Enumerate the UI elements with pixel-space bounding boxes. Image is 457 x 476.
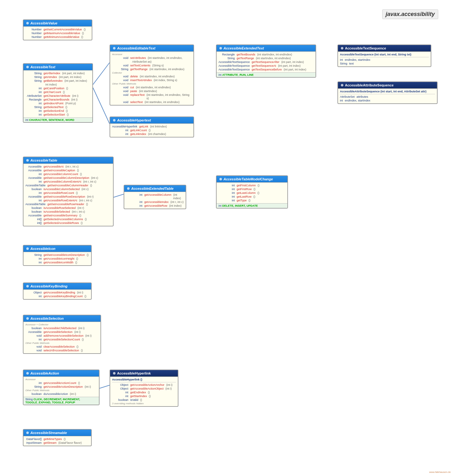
method-row: Stringget/setAccessibleIconDescription() (25, 253, 89, 257)
class-AccessibleKeyBinding[interactable]: AccessibleKeyBindingObjectgetAccessibleK… (23, 282, 92, 300)
svg-point-5 (26, 66, 29, 68)
class-AccessibleHyperlink[interactable]: AccessibleHyperlinkAccessibleHyperlink (… (110, 370, 178, 407)
method-row: Numberget/setCurrentAccessibleValue() (25, 28, 90, 31)
class-title: AccessibleKeyBinding (30, 284, 68, 288)
method-row: Accessibleget/setAccessibleCaption() (25, 168, 111, 172)
section-label: Other Public Methods (25, 341, 99, 345)
class-AccessibleEditableText[interactable]: AccessibleEditableTextAccessorvoidsetAtt… (110, 44, 194, 106)
svg-point-17 (26, 372, 29, 375)
class-header: AccessibleStreamable (23, 430, 91, 436)
method-row: voidselectAllAccessibleSelection() (25, 349, 99, 352)
method-row: intgetAccessibleRowCount() (25, 191, 111, 195)
class-title: AccessibleExtendedTable (131, 187, 173, 190)
svg-line-2 (114, 194, 124, 197)
method-row: intgetType() (218, 199, 285, 202)
class-AccessibleExtendedText[interactable]: AccessibleExtendedTextRectanglegetTextBo… (216, 44, 316, 78)
method-row: booleanisAccessibleChildSelected(int i) (25, 326, 99, 330)
field-row: Stringtext (340, 62, 429, 65)
method-row: Accessibleget/setAccessibleRowDescriptio… (25, 195, 111, 199)
method-row: booleanisAccessibleSelected(int r, int c… (25, 210, 111, 214)
method-row: StringgetAfterIndex(int part, int index) (25, 71, 90, 75)
class-title: AccessibleExtendedText (223, 46, 264, 50)
class-title: AccessibleValue (30, 21, 57, 25)
class-title: AccessibleHyperlink (117, 371, 151, 375)
class-header: AccessibleTableModelChange (217, 176, 287, 183)
svg-point-13 (219, 178, 222, 180)
method-row: booleanisValid() (112, 398, 176, 402)
class-title: AccessibleTableModelChange (223, 177, 273, 181)
class-AccessibleSelection[interactable]: AccessibleSelectionAccessor + Collectorb… (23, 315, 101, 354)
constants: int ATTRIBUTE_RUN, LINE (217, 72, 316, 77)
class-AccessibleStreamable[interactable]: AccessibleStreamableDataFlavor[]getMimeT… (23, 429, 92, 446)
class-AccessibleIcon[interactable]: AccessibleIconStringget/setAccessibleIco… (23, 245, 92, 266)
class-header: AccessibleAttributeSequence (338, 82, 437, 89)
svg-point-16 (26, 317, 29, 320)
method-row: NumbergetMaximumAccessibleValue() (25, 31, 90, 35)
method-row: intgetAccessibleIconHeight() (25, 257, 89, 261)
class-AccessibleExtendedTable[interactable]: AccessibleExtendedTableintgetAccessibleC… (124, 185, 186, 209)
svg-point-9 (341, 47, 343, 49)
method-row: intgetAccessibleRow(int index) (126, 204, 184, 208)
method-row: StringgetBeforeIndex(int part, int index… (25, 79, 90, 83)
method-row: StringgetTextRange(int startIndex, int e… (218, 56, 314, 60)
method-row: booleanisAccessibleColumnSelected(int c) (25, 187, 111, 191)
method-row: int[]getSelectedAccessibleRows() (25, 221, 111, 225)
method-row: AccessibleHyperlinkgetLink(int linkIndex… (112, 125, 192, 128)
svg-point-8 (219, 47, 222, 49)
class-AccessibleValue[interactable]: AccessibleValueNumberget/setCurrentAcces… (23, 19, 92, 40)
class-header: AccessibleHyperlink (110, 370, 178, 377)
note: 3 overriding methods hidden (112, 402, 176, 405)
field-row: intendIndex, startIndex (340, 99, 435, 102)
method-row: StringgetAccessibleActionDescription(int… (25, 385, 97, 389)
method-row: intgetLastRow() (218, 195, 285, 199)
constructor: AccessibleHyperlink () (112, 378, 176, 381)
method-row: intgetAccessibleActionCount() (25, 381, 97, 385)
class-header: AccessibleIcon (23, 246, 91, 252)
section-label: Other Public Methods (112, 82, 192, 85)
method-row: StringgetAtIndex(int part, int index) (25, 75, 90, 79)
method-row: intgetLinkIndex(int charIndex) (112, 132, 192, 136)
class-header: AccessibleSelection (23, 315, 100, 322)
class-header: AccessibleAction (23, 370, 99, 377)
method-row: AccessibleTextSequencegetTextSequenceAt(… (218, 64, 314, 68)
section-label: Other Public Methods (25, 389, 97, 392)
method-row: StringgetTextRange(int startIndex, int e… (112, 67, 192, 71)
class-AccessibleTextSequence[interactable]: AccessibleTextSequenceAccessibleTextSequ… (337, 44, 431, 67)
method-row: voidsetAttributes(int startIndex, int en… (112, 56, 192, 60)
method-row: voiddelete(int startIndex, int endIndex) (112, 75, 192, 78)
svg-point-6 (113, 47, 116, 49)
method-row: intgetAccessibleColumn(int index) (126, 193, 184, 200)
method-row: StringgetSelectedText() (25, 105, 90, 109)
method-row: ObjectgetAccessibleActionObject(int i) (112, 387, 176, 391)
method-row: intgetAccessibleIconWidth() (25, 261, 89, 264)
svg-point-12 (127, 187, 130, 190)
method-row: intgetAccessibleColumnExtentAt(int r, in… (25, 180, 111, 184)
svg-point-14 (26, 247, 29, 250)
class-header: AccessibleValue (23, 20, 92, 27)
constructor: AccessibleAttributeSequence (int start, … (340, 90, 435, 93)
method-row: RectanglegetTextBounds(int startIndex, i… (218, 53, 314, 56)
class-title: AccessibleAction (30, 371, 59, 375)
method-row: intgetAccessibleIndex(int r, int c) (126, 200, 184, 204)
class-AccessibleHypertext[interactable]: AccessibleHypertextAccessibleHyperlinkge… (110, 116, 194, 137)
class-AccessibleTableModelChange[interactable]: AccessibleTableModelChangeintgetFirstCol… (216, 175, 288, 209)
method-row: intgetFirstColumn() (218, 184, 285, 187)
method-row: intgetSelectionEnd() (25, 109, 90, 113)
class-title: AccessibleStreamable (30, 431, 67, 435)
method-row: intgetLastColumn() (218, 191, 285, 195)
field-row: intendIndex, startIndex (340, 58, 429, 62)
svg-point-11 (26, 159, 29, 162)
method-row: DataFlavor[]getMimeTypes() (25, 437, 89, 441)
svg-point-18 (113, 372, 116, 375)
class-header: AccessibleExtendedText (217, 45, 316, 52)
class-header: AccessibleEditableText (110, 45, 193, 52)
method-row: intgetAccessibleColumnCount() (25, 172, 111, 176)
class-AccessibleTable[interactable]: AccessibleTableAccessiblegetAccessibleAt… (23, 157, 114, 226)
class-AccessibleText[interactable]: AccessibleTextStringgetAfterIndex(int pa… (23, 63, 93, 123)
class-AccessibleAction[interactable]: AccessibleActionAccessorintgetAccessible… (23, 370, 100, 405)
method-row: int[]getSelectedAccessibleColumns() (25, 217, 111, 221)
class-AccessibleAttributeSequence[interactable]: AccessibleAttributeSequenceAccessibleAtt… (337, 81, 438, 104)
class-header: AccessibleHypertext (110, 117, 193, 124)
method-row: AccessiblegetAccessibleAt(int r, int c) (25, 165, 111, 168)
svg-line-0 (93, 63, 110, 85)
